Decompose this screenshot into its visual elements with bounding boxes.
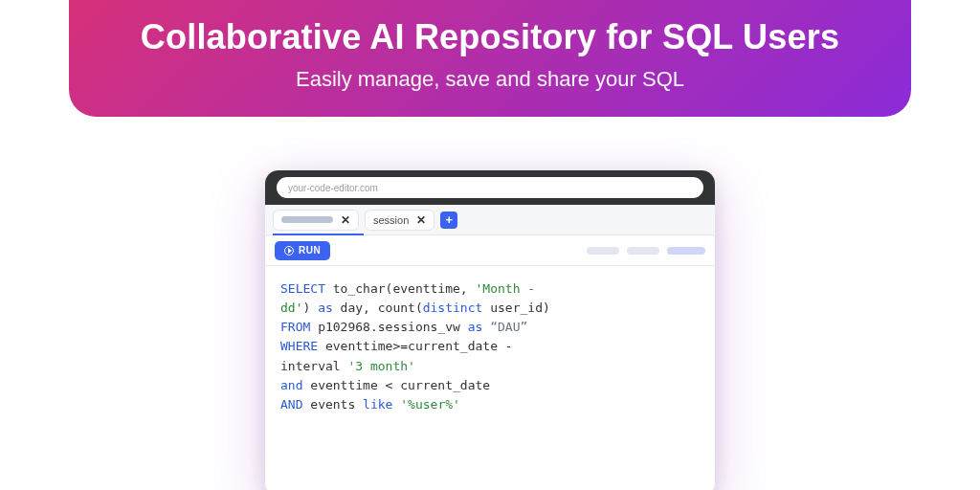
toolbar-placeholder [627,247,659,255]
editor-tab-2[interactable]: session ✕ [365,210,434,231]
run-button[interactable]: RUN [275,241,330,260]
address-bar-text: your-code-editor.com [288,183,378,193]
active-tab-indicator [273,234,364,235]
hero-title: Collaborative AI Repository for SQL User… [98,17,882,57]
toolbar-placeholder [587,247,619,255]
hero-subtitle: Easily manage, save and share your SQL [98,67,882,92]
address-bar[interactable]: your-code-editor.com [277,177,703,198]
tab-label: session [373,214,409,226]
tab-bar: ✕ session ✕ + [265,205,715,235]
close-icon[interactable]: ✕ [341,213,350,227]
hero-banner: Collaborative AI Repository for SQL User… [69,0,911,117]
editor-toolbar: RUN [265,235,715,266]
play-icon [284,246,294,256]
code-editor-window: your-code-editor.com ✕ session ✕ + RUN S… [265,170,715,490]
add-tab-button[interactable]: + [440,212,457,229]
sql-code-area[interactable]: SELECT to_char(eventtime, 'Month - dd') … [265,266,715,428]
toolbar-placeholder [667,247,705,255]
close-icon[interactable]: ✕ [416,213,426,227]
editor-tab-1[interactable]: ✕ [273,210,359,231]
browser-titlebar: your-code-editor.com [265,170,715,205]
tab-placeholder-icon [281,216,333,223]
run-label: RUN [299,245,321,256]
